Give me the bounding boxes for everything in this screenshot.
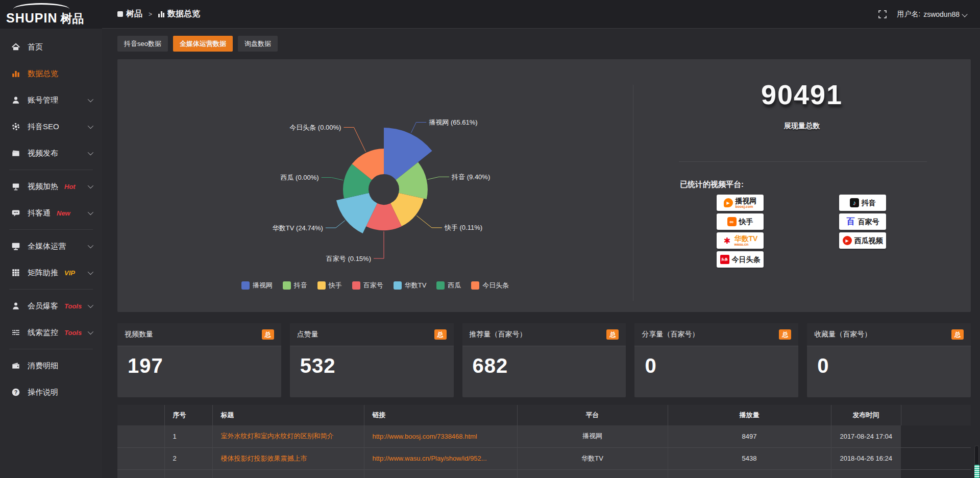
fullscreen-icon[interactable] — [878, 10, 887, 18]
total-badge[interactable]: 总 — [262, 329, 274, 340]
platform-cell — [517, 469, 668, 478]
breadcrumb-root[interactable]: 树品 — [126, 9, 142, 19]
total-badge[interactable]: 总 — [779, 329, 791, 340]
title-link[interactable]: 室外水纹灯和室内水纹灯的区别和简介 — [221, 432, 364, 441]
column-header-3: 链接 — [364, 405, 517, 425]
platform-domain: wasu.cn — [734, 243, 749, 247]
sidebar-item-label: 操作说明 — [28, 388, 58, 397]
screen-icon — [11, 182, 20, 191]
overview-panel: 播视网 (65.61%)抖音 (9.40%)快手 (0.11%)百家号 (0.1… — [117, 59, 971, 312]
pie-label-line — [428, 177, 449, 179]
sidebar-item-5[interactable]: 视频发布 — [0, 140, 102, 166]
person-icon — [11, 301, 20, 310]
sidebar-item-2[interactable]: 数据总览 — [0, 60, 102, 87]
platform-badges-col-2: ♪抖音百百家号▶西瓜视频 — [839, 195, 886, 249]
total-badge[interactable]: 总 — [434, 329, 447, 340]
stat-card-value: 682 — [473, 354, 508, 377]
platform-badge: 头条今日头条 — [717, 251, 764, 268]
logo-text-cn: 树品 — [60, 13, 84, 25]
total-badge[interactable]: 总 — [606, 329, 619, 340]
sidebar-item-tag: New — [57, 209, 70, 217]
video-table-wrap: 序号标题链接平台播放量发布时间 1室外水纹灯和室内水纹灯的区别和简介http:/… — [117, 405, 971, 478]
sidebar: SHUPIN 树品 首页数据总览账号管理抖音SEO视频发布视频加热Hot抖客通N… — [0, 0, 102, 478]
legend-item-3[interactable]: 快手 — [317, 281, 342, 290]
legend-item-1[interactable]: 播视网 — [241, 281, 273, 290]
platform-cell: 播视网 — [517, 425, 668, 447]
checkbox-cell — [117, 447, 164, 469]
platform-badge: 百百家号 — [839, 213, 886, 230]
sidebar-item-11[interactable]: 线索监控Tools — [0, 319, 102, 346]
total-badge[interactable]: 总 — [951, 329, 964, 340]
tab-2[interactable]: 全媒体运营数据 — [173, 36, 233, 52]
sidebar-item-label: 线索监控 — [28, 328, 58, 338]
column-header-1: 序号 — [164, 405, 212, 425]
legend-item-7[interactable]: 今日头条 — [471, 281, 509, 290]
sidebar-item-1[interactable]: 首页 — [0, 34, 102, 60]
logo-text-en: SHUPIN — [6, 12, 57, 25]
bar-chart-icon — [11, 69, 20, 78]
username-prefix: 用户名: — [897, 10, 920, 19]
sidebar-item-label: 矩阵助推 — [28, 268, 58, 278]
video-table: 序号标题链接平台播放量发布时间 1室外水纹灯和室内水纹灯的区别和简介http:/… — [117, 405, 971, 478]
chevron-down-icon — [88, 150, 93, 155]
pie-label-line — [326, 221, 345, 228]
sidebar-item-label: 抖音SEO — [28, 122, 59, 132]
stat-card-label: 推荐量（百家号） — [470, 330, 527, 339]
sidebar-item-3[interactable]: 账号管理 — [0, 87, 102, 113]
checkbox-cell — [117, 469, 164, 478]
legend-item-5[interactable]: 华数TV — [394, 281, 427, 290]
sidebar-item-6[interactable]: 视频加热Hot — [0, 173, 102, 200]
sidebar-item-tag: Hot — [64, 183, 76, 190]
legend-label: 百家号 — [363, 281, 383, 290]
sidebar-divider — [9, 229, 93, 230]
stat-card-label: 视频数量 — [125, 330, 153, 339]
pie-label-line — [322, 178, 344, 180]
sidebar-item-10[interactable]: 会员爆客Tools — [0, 293, 102, 319]
user-menu[interactable]: 用户名: zswodun88 — [897, 10, 967, 19]
legend-item-4[interactable]: 百家号 — [352, 281, 383, 290]
pie-label: 抖音 (9.40%) — [451, 173, 490, 181]
platform-name: 播视网 — [736, 197, 757, 205]
platform-name: 百家号 — [858, 218, 879, 226]
plays-cell: 8497 — [668, 425, 831, 447]
gear-icon — [11, 122, 20, 131]
pie-label-line — [411, 123, 426, 133]
sidebar-item-label: 首页 — [28, 42, 43, 52]
scroll-widget[interactable] — [974, 465, 979, 478]
legend-swatch — [317, 281, 326, 290]
url-link[interactable]: http://www.boosj.com/7338468.html — [373, 433, 517, 440]
stat-card-1: 视频数量总197 — [117, 323, 281, 397]
stat-card-label: 收藏量（百家号） — [814, 330, 871, 339]
sidebar-item-12[interactable]: 消费明细 — [0, 352, 102, 379]
breadcrumb-current[interactable]: 数据总览 — [167, 9, 200, 19]
chevron-down-icon — [88, 243, 93, 248]
sidebar-item-7[interactable]: 抖客通New — [0, 200, 102, 226]
link-cell: http://www.wasu.cn/Play/show/id/952... — [364, 447, 517, 469]
legend-label: 快手 — [329, 281, 342, 290]
sidebar-item-4[interactable]: 抖音SEO — [0, 113, 102, 140]
legend-item-2[interactable]: 抖音 — [283, 281, 307, 290]
title-link[interactable]: 楼体投影灯投影效果震撼上市 — [221, 454, 364, 463]
sidebar-item-13[interactable]: ?操作说明 — [0, 379, 102, 405]
pie-label: 播视网 (65.61%) — [429, 118, 477, 126]
stat-card-body: 0 — [634, 346, 798, 377]
column-header-2: 标题 — [212, 405, 364, 425]
tab-1[interactable]: 抖音seo数据 — [117, 36, 168, 52]
stat-card-body: 0 — [807, 346, 971, 377]
legend-item-6[interactable]: 西瓜 — [436, 281, 461, 290]
platform-name: 今日头条 — [732, 256, 761, 264]
platform-badge: ▶播视网boosj.com — [717, 195, 764, 211]
index-cell: 1 — [164, 425, 212, 447]
url-link[interactable]: http://www.wasu.cn/Play/show/id/952... — [373, 455, 517, 462]
toutiao-logo: 头条 — [720, 255, 729, 264]
tab-3[interactable]: 询盘数据 — [238, 36, 278, 52]
pie-label-line — [344, 127, 365, 152]
checkbox-cell — [117, 425, 164, 447]
legend-label: 今日头条 — [482, 281, 509, 290]
main-content: 抖音seo数据全媒体运营数据询盘数据 播视网 (65.61%)抖音 (9.40%… — [102, 29, 980, 478]
index-cell: 2 — [164, 447, 212, 469]
sidebar-item-9[interactable]: 矩阵助推VIP — [0, 259, 102, 286]
sidebar-item-8[interactable]: 全媒体运营 — [0, 233, 102, 259]
stat-card-5: 收藏量（百家号）总0 — [807, 323, 971, 397]
username: zswodun88 — [923, 10, 960, 18]
